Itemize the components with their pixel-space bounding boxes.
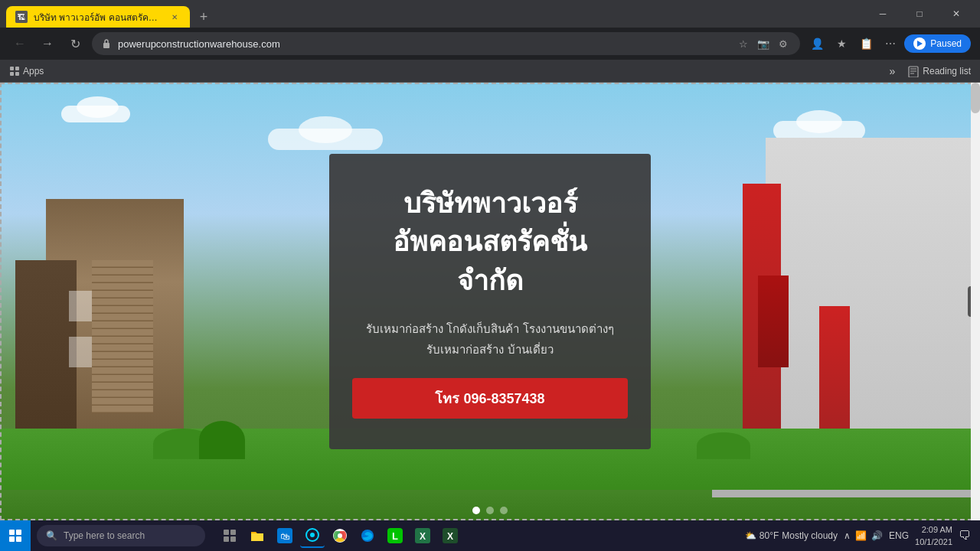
browser-menu-icon[interactable]: ⋯ xyxy=(880,33,901,54)
browser-chrome: 🏗 บริษัท พาวเวอร์อัพ คอนสตรัคชั่น จำกั..… xyxy=(0,0,980,83)
svg-point-21 xyxy=(338,533,342,538)
apps-label: Apps xyxy=(23,66,44,77)
address-bar: ← → ↻ powerupconstructionwarehouse.com ☆… xyxy=(0,28,980,60)
svg-rect-2 xyxy=(103,43,109,48)
phone-button[interactable]: โทร 096-8357438 xyxy=(352,378,628,419)
apps-grid-icon xyxy=(9,66,20,77)
weather-condition: Mostly cloudy xyxy=(782,530,838,541)
hero-subtitle-line1: รับเหมาก่อสร้าง โกดังเก็บสินค้า โรงงานขน… xyxy=(366,322,613,335)
svg-text:🛍: 🛍 xyxy=(280,531,289,542)
paused-label: Paused xyxy=(930,38,962,49)
svg-rect-7 xyxy=(909,67,918,77)
tab-bar: 🏗 บริษัท พาวเวอร์อัพ คอนสตรัคชั่น จำกั..… xyxy=(0,0,980,28)
more-bookmarks-icon[interactable]: » xyxy=(881,60,903,82)
hero-background: บริษัทพาวเวอร์อัพคอนสตรัคชั่นจำกัด รับเห… xyxy=(0,83,980,520)
store-icon[interactable]: 🛍 xyxy=(273,523,297,548)
taskbar-right: ⛅ 80°F Mostly cloudy ∧ 📶 🔊 ENG 2:09 AM 1… xyxy=(745,523,980,549)
file-explorer-icon[interactable] xyxy=(245,523,270,548)
search-icon: 🔍 xyxy=(46,530,57,541)
cloud-3b xyxy=(299,116,352,143)
svg-text:🏗: 🏗 xyxy=(18,13,25,21)
url-icons: ☆ 📷 ⚙ xyxy=(736,36,791,51)
network-icon[interactable]: 📶 xyxy=(855,530,867,541)
collections-icon[interactable]: 📋 xyxy=(855,33,877,54)
windows-logo-icon xyxy=(9,530,21,542)
svg-rect-12 xyxy=(230,530,236,535)
weather-widget[interactable]: ⛅ 80°F Mostly cloudy xyxy=(745,530,838,541)
toolbar-right: 👤 ★ 📋 ⋯ Paused xyxy=(806,33,971,54)
svg-text:X: X xyxy=(420,531,426,542)
tray-chevron-icon[interactable]: ∧ xyxy=(844,530,851,541)
slider-dot-2[interactable] xyxy=(486,507,494,514)
search-placeholder: Type here to search xyxy=(64,530,145,541)
reading-list-label: Reading list xyxy=(923,66,971,77)
bush-2 xyxy=(199,421,245,459)
reload-button[interactable]: ↻ xyxy=(64,33,86,54)
line-icon[interactable]: L xyxy=(383,523,407,548)
hero-title: บริษัทพาวเวอร์อัพคอนสตรัคชั่นจำกัด xyxy=(393,184,587,300)
taskbar-clock[interactable]: 2:09 AM 10/1/2021 xyxy=(915,523,952,549)
profile-icon[interactable]: 👤 xyxy=(806,33,828,54)
hero-subtitle-line2: รับเหมาก่อสร้าง บ้านเดี่ยว xyxy=(426,343,553,356)
webpage: บริษัทพาวเวอร์อัพคอนสตรัคชั่นจำกัด รับเห… xyxy=(0,83,980,520)
extensions-icon[interactable]: ⚙ xyxy=(776,36,791,51)
excel-green-icon[interactable]: X xyxy=(410,523,435,548)
hero-overlay: บริษัทพาวเวอร์อัพคอนสตรัคชั่นจำกัด รับเห… xyxy=(329,154,651,449)
cloud-1b xyxy=(77,96,119,118)
minimize-button[interactable]: ─ xyxy=(865,3,900,24)
weather-temp: 80°F xyxy=(760,530,779,541)
active-tab[interactable]: 🏗 บริษัท พาวเวอร์อัพ คอนสตรัคชั่น จำกั..… xyxy=(6,6,190,28)
slider-dots xyxy=(472,507,508,514)
screenshot-icon[interactable]: 📷 xyxy=(756,36,771,51)
svg-rect-13 xyxy=(224,536,229,542)
bush-3 xyxy=(697,432,750,459)
taskbar-search-bar[interactable]: 🔍 Type here to search xyxy=(37,525,205,546)
new-tab-button[interactable]: + xyxy=(193,6,214,28)
star-icon[interactable]: ☆ xyxy=(736,36,751,51)
cortana-icon[interactable] xyxy=(300,523,325,548)
chrome-icon[interactable] xyxy=(328,523,352,548)
reading-list-icon xyxy=(907,65,920,77)
weather-icon: ⛅ xyxy=(745,530,756,541)
svg-text:L: L xyxy=(392,530,398,542)
url-text: powerupconstructionwarehouse.com xyxy=(118,38,730,50)
hero-subtitle: รับเหมาก่อสร้าง โกดังเก็บสินค้า โรงงานขน… xyxy=(366,318,613,360)
url-bar[interactable]: powerupconstructionwarehouse.com ☆ 📷 ⚙ xyxy=(92,32,800,55)
window-controls: ─ □ ✕ xyxy=(865,3,980,28)
svg-rect-6 xyxy=(15,72,19,76)
svg-rect-5 xyxy=(10,72,14,76)
start-button[interactable] xyxy=(0,520,31,551)
task-view-button[interactable] xyxy=(217,523,242,548)
back-button[interactable]: ← xyxy=(9,33,31,54)
forward-button[interactable]: → xyxy=(37,33,58,54)
scrollbar-thumb[interactable] xyxy=(971,83,980,113)
tab-title: บริษัท พาวเวอร์อัพ คอนสตรัคชั่น จำกั... xyxy=(34,10,162,24)
reading-list-button[interactable]: Reading list xyxy=(907,65,971,77)
clock-date: 10/1/2021 xyxy=(915,536,952,549)
clock-time: 2:09 AM xyxy=(915,523,952,536)
vertical-scrollbar[interactable] xyxy=(971,83,980,520)
tab-favicon: 🏗 xyxy=(15,11,28,23)
taskbar-apps: 🛍 L X X xyxy=(217,523,462,548)
excel-dark-icon[interactable]: X xyxy=(438,523,462,548)
bookmarks-more: » Reading list xyxy=(881,60,971,82)
language-indicator[interactable]: ENG xyxy=(889,530,909,541)
slider-dot-1[interactable] xyxy=(472,507,480,514)
apps-bookmark[interactable]: Apps xyxy=(9,66,44,77)
notification-button[interactable]: 🗨 xyxy=(959,529,971,543)
edge-icon[interactable] xyxy=(355,523,380,548)
system-tray: ∧ 📶 🔊 xyxy=(844,530,883,541)
svg-rect-14 xyxy=(230,536,236,542)
paused-icon xyxy=(913,37,926,50)
maximize-button[interactable]: □ xyxy=(902,3,937,24)
svg-rect-4 xyxy=(15,67,19,70)
tab-close-button[interactable]: ✕ xyxy=(168,11,181,23)
favorites-icon[interactable]: ★ xyxy=(831,33,852,54)
close-button[interactable]: ✕ xyxy=(939,3,974,24)
bookmarks-bar: Apps » Reading list xyxy=(0,60,980,83)
slider-dot-3[interactable] xyxy=(500,507,508,514)
sound-icon[interactable]: 🔊 xyxy=(871,530,883,541)
svg-text:X: X xyxy=(447,531,453,542)
paused-button[interactable]: Paused xyxy=(904,34,971,53)
svg-point-18 xyxy=(310,533,315,537)
